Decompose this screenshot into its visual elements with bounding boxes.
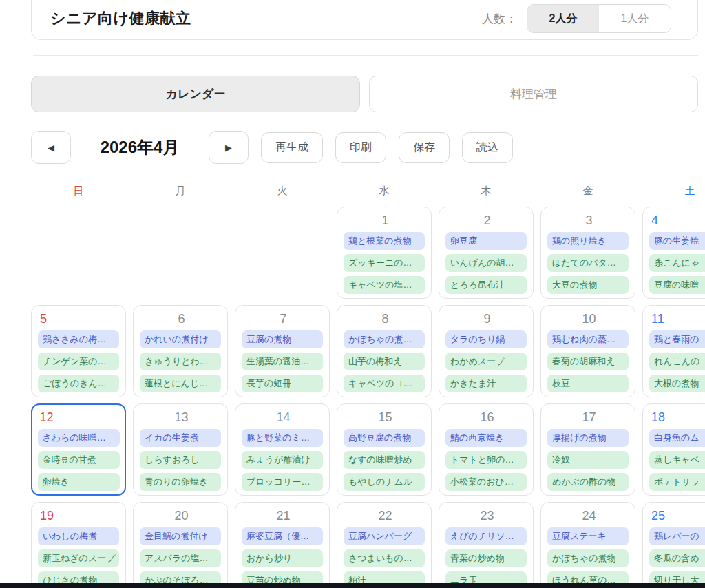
meal-pill-side[interactable]: いんげんの胡… — [445, 254, 527, 272]
day-cell[interactable]: 13イカの生姜煮しらすおろし青のりの卵焼き — [133, 403, 228, 496]
meal-pill-main[interactable]: 鶏と根菜の煮物 — [344, 232, 425, 250]
meal-pill-side[interactable]: 冷奴 — [547, 451, 629, 469]
meal-pill-main[interactable]: 豚と野菜のミ… — [242, 429, 323, 447]
meal-pill-main[interactable]: 鯖の西京焼き — [445, 429, 527, 447]
meal-pill-side[interactable]: 青のりの卵焼き — [140, 473, 221, 491]
meal-pill-side[interactable]: 豆腐の味噌 — [649, 276, 705, 294]
meal-pill-side[interactable]: なすの味噌炒め — [344, 451, 425, 469]
meal-pill-side[interactable]: 枝豆 — [547, 375, 629, 392]
meal-pill-main[interactable]: 鶏むね肉の蒸… — [547, 330, 629, 348]
meal-pill-main[interactable]: 豚の生姜焼 — [649, 232, 705, 250]
people-option-2servings[interactable]: 2人分 — [527, 5, 599, 32]
meal-pill-main[interactable]: イカの生姜煮 — [140, 429, 221, 447]
meal-pill-main[interactable]: 厚揚げの煮物 — [547, 429, 629, 447]
meal-pill-side[interactable]: トマトと卵の… — [445, 451, 527, 469]
meal-pill-side[interactable]: とろろ昆布汁 — [445, 276, 527, 294]
meal-pill-side[interactable]: キャベツの塩… — [344, 276, 425, 294]
meal-pill-side[interactable]: めかぶの酢の物 — [547, 473, 629, 491]
meal-pill-side[interactable]: 蒸しキャベ — [649, 451, 705, 469]
day-cell[interactable]: 7豆腐の煮物生湯葉の醤油…長芋の短冊 — [235, 305, 330, 397]
day-cell[interactable]: 3鶏の照り焼きほたてのバタ…大豆の煮物 — [540, 207, 635, 299]
meal-pill-main[interactable]: えびのチリソ… — [445, 527, 527, 545]
meal-pill-side[interactable]: 卵焼き — [38, 473, 120, 491]
meal-pill-side[interactable]: 蓮根とにんじ… — [140, 375, 221, 392]
day-cell[interactable]: 16鯖の西京焼きトマトと卵の…小松菜のおひ… — [439, 403, 534, 496]
meal-pill-side[interactable]: 金時豆の甘煮 — [38, 451, 120, 469]
meal-pill-main[interactable]: 豆腐ハンバーグ — [344, 527, 425, 545]
meal-pill-main[interactable]: 鶏と春雨の — [649, 330, 705, 348]
meal-pill-side[interactable]: わかめスープ — [445, 353, 527, 370]
meal-pill-main[interactable]: いわしの梅煮 — [38, 527, 119, 545]
meal-pill-side[interactable]: かきたま汁 — [445, 375, 527, 392]
prev-month-button[interactable]: ◀ — [31, 131, 71, 164]
meal-pill-main[interactable]: 鶏ささみの梅… — [38, 330, 119, 348]
print-button[interactable]: 印刷 — [335, 132, 386, 163]
meal-pill-side[interactable]: みょうが酢漬け — [242, 451, 323, 469]
day-cell[interactable]: 2卵豆腐いんげんの胡…とろろ昆布汁 — [439, 207, 534, 299]
day-cell[interactable]: 15高野豆腐の煮物なすの味噌炒めもやしのナムル — [337, 403, 432, 496]
meal-pill-main[interactable]: 麻婆豆腐（優… — [242, 527, 323, 545]
meal-pill-side[interactable]: ズッキーニの… — [344, 254, 425, 272]
meal-pill-side[interactable]: 長芋の短冊 — [242, 375, 323, 392]
day-cell[interactable]: 17厚揚げの煮物冷奴めかぶの酢の物 — [540, 403, 635, 496]
meal-pill-main[interactable]: 卵豆腐 — [445, 232, 527, 250]
meal-pill-side[interactable]: ポテトサラ — [649, 473, 705, 491]
meal-pill-side[interactable]: 大根の煮物 — [649, 375, 705, 392]
meal-pill-main[interactable]: 豆腐の煮物 — [242, 330, 323, 348]
meal-pill-side[interactable]: 春菊の胡麻和え — [547, 353, 629, 370]
meal-pill-side[interactable]: ブロッコリー… — [242, 473, 323, 491]
day-cell[interactable]: 11鶏と春雨のれんこんの大根の煮物 — [642, 305, 705, 397]
meal-pill-side[interactable]: さつまいもの… — [344, 549, 425, 567]
save-button[interactable]: 保存 — [399, 132, 450, 163]
day-cell[interactable]: 20金目鯛の煮付けアスパラの塩…かぶのそぼろ… — [133, 502, 228, 588]
meal-pill-side[interactable]: 生湯葉の醤油… — [242, 353, 323, 370]
meal-pill-side[interactable]: 冬瓜の含め — [649, 549, 705, 567]
meal-pill-main[interactable]: 鶏レバーの — [649, 527, 705, 545]
day-cell[interactable]: 8かぼちゃの煮…山芋の梅和えキャベツのコ… — [337, 305, 432, 397]
day-cell[interactable]: 6かれいの煮付けきゅうりとわ…蓮根とにんじ… — [133, 305, 228, 397]
day-cell[interactable]: 14豚と野菜のミ…みょうが酢漬けブロッコリー… — [235, 403, 330, 496]
tab-calendar[interactable]: カレンダー — [31, 76, 360, 112]
people-option-1serving[interactable]: 1人分 — [599, 5, 671, 32]
meal-pill-main[interactable]: かれいの煮付け — [140, 330, 221, 348]
meal-pill-side[interactable]: アスパラの塩… — [140, 549, 221, 567]
tab-dish-management[interactable]: 料理管理 — [369, 76, 698, 112]
meal-pill-side[interactable]: ごぼうのきん… — [38, 375, 119, 392]
meal-pill-side[interactable]: しらすおろし — [140, 451, 221, 469]
day-cell[interactable]: 10鶏むね肉の蒸…春菊の胡麻和え枝豆 — [540, 305, 635, 397]
meal-pill-main[interactable]: 高野豆腐の煮物 — [344, 429, 425, 447]
meal-pill-side[interactable]: きゅうりとわ… — [140, 353, 221, 370]
meal-pill-main[interactable]: 豆腐ステーキ — [547, 527, 629, 545]
meal-pill-side[interactable]: キャベツのコ… — [344, 375, 425, 392]
meal-pill-side[interactable]: 青菜の炒め物 — [445, 549, 527, 567]
meal-pill-side[interactable]: ほたてのバタ… — [547, 254, 629, 272]
meal-pill-side[interactable]: 山芋の梅和え — [344, 353, 425, 370]
day-cell[interactable]: 25鶏レバーの冬瓜の含め切り干し大 — [642, 502, 705, 588]
next-month-button[interactable]: ▶ — [209, 131, 249, 164]
meal-pill-side[interactable]: 小松菜のおひ… — [445, 473, 527, 491]
regenerate-button[interactable]: 再生成 — [261, 132, 323, 163]
meal-pill-side[interactable]: 新玉ねぎのスープ — [38, 549, 119, 567]
day-cell[interactable]: 22豆腐ハンバーグさつまいもの…粕汁 — [337, 502, 432, 588]
meal-pill-side[interactable]: 大豆の煮物 — [547, 276, 629, 294]
meal-pill-side[interactable]: もやしのナムル — [344, 473, 425, 491]
meal-pill-side[interactable]: チンゲン菜の… — [38, 353, 119, 370]
meal-pill-main[interactable]: さわらの味噌… — [38, 429, 120, 447]
day-cell[interactable]: 12さわらの味噌…金時豆の甘煮卵焼き — [31, 403, 126, 496]
meal-pill-main[interactable]: 鶏の照り焼き — [547, 232, 629, 250]
load-button[interactable]: 読込 — [462, 132, 513, 163]
meal-pill-side[interactable]: 糸こんにゃ — [649, 254, 705, 272]
day-cell[interactable]: 9タラのちり鍋わかめスープかきたま汁 — [439, 305, 534, 397]
day-cell[interactable]: 19いわしの梅煮新玉ねぎのスープひじきの煮物 — [31, 502, 126, 588]
day-cell[interactable]: 23えびのチリソ…青菜の炒め物ニラ玉 — [439, 502, 534, 588]
meal-pill-main[interactable]: かぼちゃの煮… — [344, 330, 425, 348]
meal-pill-side[interactable]: おから炒り — [242, 549, 323, 567]
day-cell[interactable]: 21麻婆豆腐（優…おから炒り豆苗の炒め物 — [235, 502, 330, 588]
day-cell[interactable]: 18白身魚のム蒸しキャベポテトサラ — [642, 403, 705, 496]
day-cell[interactable]: 24豆腐ステーキかぼちゃの煮物ほうれん草の… — [540, 502, 635, 588]
meal-pill-main[interactable]: タラのちり鍋 — [445, 330, 527, 348]
meal-pill-main[interactable]: 白身魚のム — [649, 429, 705, 447]
meal-pill-main[interactable]: 金目鯛の煮付け — [140, 527, 221, 545]
meal-pill-side[interactable]: かぼちゃの煮物 — [547, 549, 629, 567]
day-cell[interactable]: 5鶏ささみの梅…チンゲン菜の…ごぼうのきん… — [31, 305, 126, 397]
